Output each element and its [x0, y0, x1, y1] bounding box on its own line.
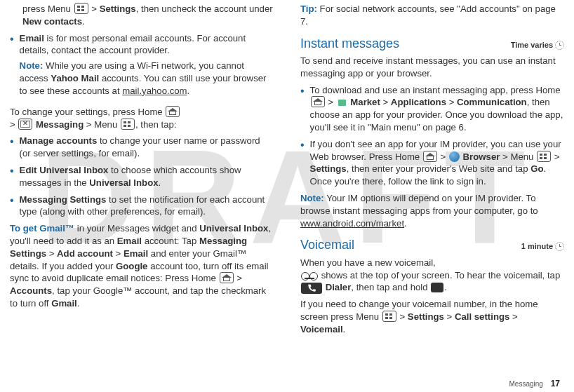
universal-inbox-label: Universal Inbox — [89, 177, 158, 188]
tip-paragraph: Tip: For social network accounts, see "A… — [300, 3, 564, 28]
text: > — [444, 311, 455, 322]
text: account: Tap — [142, 236, 199, 246]
mail-yahoo-link[interactable]: mail.yahoo.com — [122, 86, 187, 96]
text: > — [113, 248, 124, 259]
menu-icon — [74, 3, 88, 14]
text: > — [397, 311, 408, 322]
text: is for most personal email accounts. For… — [20, 33, 246, 56]
text: , then uncheck the account under — [136, 4, 273, 14]
text: . — [77, 298, 80, 309]
new-contacts-label: New contacts — [22, 16, 82, 27]
edit-uinbox-label: Edit Universal Inbox — [20, 165, 109, 175]
add-account-label: Add account — [57, 248, 113, 259]
globe-icon — [449, 151, 460, 162]
yahoo-mail-label: Yahoo Mail — [51, 73, 99, 83]
bullet-dot-icon: • — [10, 194, 20, 219]
left-column: press Menu > Settings, then uncheck the … — [10, 0, 274, 340]
right-column: Tip: For social network accounts, see "A… — [300, 0, 564, 340]
mail-icon — [18, 119, 32, 130]
bullet-dot-icon: • — [10, 135, 20, 160]
text: When you have a new voicemail, — [300, 257, 436, 268]
home-icon — [220, 272, 234, 283]
applications-label: Applications — [391, 97, 446, 107]
voicemail-label: Voicemail — [300, 324, 343, 334]
page-footer: Messaging 17 — [509, 378, 561, 389]
bullet-dot-icon: • — [300, 84, 310, 134]
email-label: Email — [20, 33, 44, 43]
text: . — [404, 218, 407, 229]
manage-accounts-label: Manage accounts — [20, 135, 98, 146]
clock-icon — [555, 242, 564, 251]
bullet-dot-icon: • — [300, 138, 310, 188]
text: in your Messages widget and — [74, 223, 199, 234]
text: For social network accounts, see "Add ac… — [300, 4, 556, 27]
text: . — [343, 324, 346, 334]
text: To download and use an instant messaging… — [310, 85, 561, 95]
menu-icon — [382, 311, 396, 322]
text: > — [552, 151, 559, 162]
bullet-email: • Email is for most personal email accou… — [10, 32, 274, 102]
text: shows at the top of your screen. To hear… — [319, 270, 560, 281]
page-content: press Menu > Settings, then uncheck the … — [0, 0, 574, 340]
vm-paragraph-1: When you have a new voicemail, shows at … — [300, 257, 564, 295]
accounts-label: Accounts — [10, 285, 52, 296]
settings-label: Settings — [310, 163, 347, 174]
email-label: Email — [117, 236, 142, 246]
note-label: Note: — [20, 60, 44, 71]
gmail-paragraph: To get Gmail™ in your Messages widget an… — [10, 222, 274, 310]
text: press Menu — [22, 4, 71, 14]
home-icon — [423, 151, 437, 162]
heading-text: Instant messages — [300, 35, 399, 52]
bullet-manage-accounts: • Manage accounts to change your user na… — [10, 135, 274, 160]
dialer-icon — [301, 283, 322, 294]
bullet-dot-icon: • — [10, 32, 20, 102]
voicemail-icon — [301, 271, 318, 280]
messaging-settings-label: Messaging Settings — [20, 194, 107, 205]
time-badge: Time varies — [511, 40, 564, 50]
market-label: Market — [350, 97, 380, 107]
text: To change your settings, press Home — [10, 107, 163, 117]
bullet-edit-universal-inbox: • Edit Universal Inbox to choose which a… — [10, 164, 274, 189]
email-label: Email — [124, 248, 148, 259]
top-continuation: press Menu > Settings, then uncheck the … — [22, 3, 274, 28]
text: > — [326, 97, 336, 107]
home-icon — [311, 96, 325, 107]
bullet-im-browser: • If you don't see an app for your IM pr… — [300, 138, 564, 188]
text: > — [91, 4, 99, 14]
im-note: Note: Your IM options will depend on you… — [300, 192, 564, 229]
clock-icon — [555, 41, 564, 50]
go-label: Go — [530, 163, 543, 174]
browser-label: Browser — [463, 151, 500, 162]
key-1-icon — [431, 283, 443, 292]
text: , then tap: — [135, 119, 177, 130]
text: > — [46, 248, 57, 259]
text: > — [380, 97, 391, 107]
text: . — [159, 177, 161, 188]
bullet-im-download: • To download and use an instant messagi… — [300, 84, 564, 134]
text: Your IM options will depend on your IM p… — [300, 193, 538, 216]
text: > — [509, 311, 517, 322]
footer-page-number: 17 — [551, 379, 560, 388]
bullet-dot-icon: • — [10, 164, 20, 189]
home-icon — [166, 106, 180, 117]
bullet-messaging-settings: • Messaging Settings to set the notifica… — [10, 194, 274, 219]
settings-label: Settings — [408, 311, 444, 322]
footer-section: Messaging — [509, 380, 543, 388]
im-intro: To send and receive instant messages, yo… — [300, 55, 564, 80]
to-get-gmail-link[interactable]: To get Gmail™ — [10, 223, 74, 234]
text: . — [444, 282, 447, 292]
android-market-link[interactable]: www.android.com/market — [300, 218, 404, 229]
text: > — [234, 273, 242, 283]
voicemail-heading: Voicemail 1 minute — [300, 236, 564, 253]
google-label: Google — [116, 261, 147, 271]
tip-label: Tip: — [300, 4, 317, 14]
text: , then enter your provider's Web site an… — [347, 163, 531, 174]
time-text: 1 minute — [521, 241, 553, 252]
settings-label: Settings — [100, 4, 136, 14]
instant-messages-heading: Instant messages Time varies — [300, 35, 564, 52]
heading-text: Voicemail — [300, 236, 354, 253]
text: . — [82, 16, 85, 27]
text: . — [187, 86, 190, 96]
universal-inbox-label: Universal Inbox — [199, 223, 268, 234]
text: > — [446, 97, 457, 107]
